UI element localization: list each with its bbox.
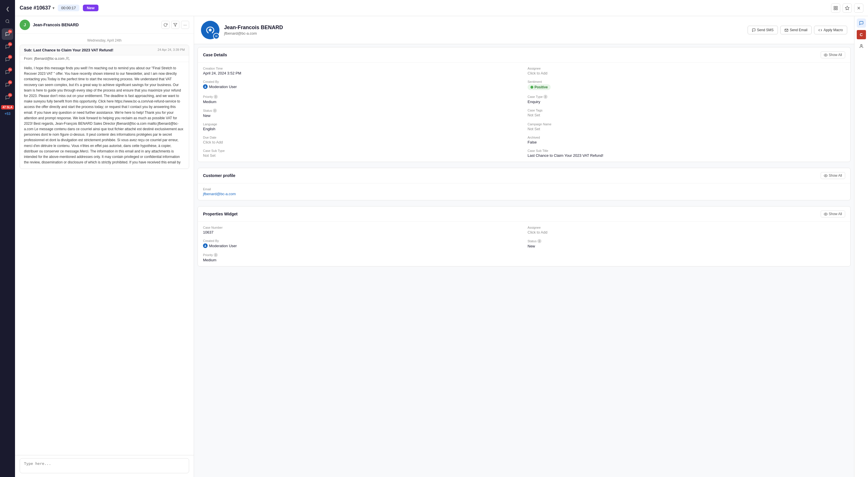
prop-status-info-icon: i xyxy=(537,239,541,243)
case-sub-title-value: Last Chance to Claim Your 2023 VAT Refun… xyxy=(528,153,845,158)
prop-status: Status i New xyxy=(528,239,845,248)
badge-0s-6: 0s xyxy=(8,93,12,97)
field-assignee: Assignee Click to Add xyxy=(528,67,845,75)
customer-email-value[interactable]: jfbenard@bc-a.com xyxy=(203,192,845,196)
sidebar-inbox-1[interactable]: 0s xyxy=(2,28,13,40)
case-type-value: Enquiry xyxy=(528,100,845,104)
assignee-label: Assignee xyxy=(528,67,845,70)
customer-profile-body: Email jfbenard@bc-a.com xyxy=(198,183,850,200)
conversation-header-actions: ··· xyxy=(161,21,189,29)
created-by-avatar xyxy=(203,84,208,89)
prop-priority-value: Medium xyxy=(203,258,521,262)
sla-badge[interactable]: 47 SLA xyxy=(1,105,14,109)
prop-priority-label-text: Priority xyxy=(203,253,213,257)
status-label-text: Status xyxy=(203,109,212,112)
field-archived: Archived False xyxy=(528,136,845,145)
rs-chat-icon[interactable] xyxy=(857,19,866,28)
send-sms-label: Send SMS xyxy=(757,28,774,32)
svg-point-15 xyxy=(205,245,206,246)
customer-profile-show-all-label: Show All xyxy=(829,173,842,178)
apply-macro-button[interactable]: Apply Macro xyxy=(814,26,847,34)
field-language: Language English xyxy=(203,122,521,131)
rs-profile-icon[interactable] xyxy=(857,41,866,51)
send-email-button[interactable]: Send Email xyxy=(780,26,812,34)
prop-status-value: New xyxy=(528,244,845,248)
creation-time-value: April 24, 2024 3:52 PM xyxy=(203,71,521,75)
sidebar-inbox-4[interactable]: 0s xyxy=(2,66,13,78)
customer-logo: ✉ xyxy=(201,21,219,39)
status-label: Status i xyxy=(203,108,521,113)
assignee-value[interactable]: Click to Add xyxy=(528,71,845,75)
email-from: From: jfbenard@bc-a.com xyxy=(20,56,189,62)
case-details-section: Case Details Show All Creation Time Apri… xyxy=(197,47,851,162)
reply-input[interactable] xyxy=(20,458,189,473)
prop-assignee-value[interactable]: Click to Add xyxy=(528,230,845,234)
field-campaign-name: Campaign Name Not Set xyxy=(528,122,845,131)
svg-point-13 xyxy=(825,175,826,176)
prop-assignee-label: Assignee xyxy=(528,226,845,229)
filter-button[interactable] xyxy=(171,21,179,29)
svg-point-16 xyxy=(861,44,862,46)
from-address: jfbenard@bc-a.com xyxy=(34,57,64,61)
sidebar-inbox-3[interactable]: 0s xyxy=(2,54,13,65)
customer-email-label: Email xyxy=(203,187,845,191)
due-date-value[interactable]: Click to Add xyxy=(203,140,521,145)
prop-priority: Priority i Medium xyxy=(203,253,521,262)
properties-widget-show-all-label: Show All xyxy=(829,212,842,216)
customer-header: ✉ Jean-Francois BENARD jfbenard@bc-a.com… xyxy=(194,16,854,44)
sidebar-inbox-5[interactable]: 0s xyxy=(2,79,13,91)
badge-0s-2: 0s xyxy=(8,42,12,46)
prop-case-number-label: Case Number xyxy=(203,226,521,229)
sidebar-inbox-6[interactable]: 0s xyxy=(2,92,13,103)
prop-case-number-value: 10637 xyxy=(203,230,521,234)
customer-profile-section: Customer profile Show All Email jfbenard… xyxy=(197,168,851,200)
customer-actions: Send SMS Send Email Apply Macro xyxy=(748,26,847,34)
case-type-label-text: Case Type xyxy=(528,95,542,98)
case-details-header: Case Details Show All xyxy=(198,47,850,63)
prop-created-by-name: Moderation User xyxy=(209,244,237,248)
case-type-info-icon: i xyxy=(544,95,548,99)
customer-profile-show-all[interactable]: Show All xyxy=(820,172,845,179)
field-customer-email: Email jfbenard@bc-a.com xyxy=(203,187,845,196)
case-details-show-all-label: Show All xyxy=(829,53,842,57)
grid-view-button[interactable] xyxy=(831,3,840,13)
customer-profile-header: Customer profile Show All xyxy=(198,168,850,183)
details-panel: ✉ Jean-Francois BENARD jfbenard@bc-a.com… xyxy=(194,16,854,477)
svg-point-0 xyxy=(6,20,9,23)
refresh-button[interactable] xyxy=(161,21,169,29)
priority-value: Medium xyxy=(203,100,521,104)
properties-widget-body: Case Number 10637 Assignee Click to Add … xyxy=(198,222,850,266)
field-creation-time: Creation Time April 24, 2024 3:52 PM xyxy=(203,67,521,75)
prop-created-by: Created By Moderation User xyxy=(203,239,521,248)
sidebar-collapse-btn[interactable]: ❮ xyxy=(2,3,13,14)
properties-widget-show-all[interactable]: Show All xyxy=(820,211,845,217)
status-new-badge[interactable]: New xyxy=(83,5,99,11)
badge-0s-3: 0s xyxy=(8,55,12,59)
send-sms-button[interactable]: Send SMS xyxy=(748,26,778,34)
sidebar-inbox-2[interactable]: 0s xyxy=(2,41,13,53)
close-button[interactable] xyxy=(854,3,863,13)
priority-info-icon: i xyxy=(214,95,218,99)
rs-letter-c-icon[interactable]: C xyxy=(857,30,866,39)
customer-profile-title: Customer profile xyxy=(203,173,235,178)
svg-rect-3 xyxy=(834,8,835,10)
from-label: From: xyxy=(24,57,33,61)
sidebar-search-btn[interactable] xyxy=(2,15,13,27)
language-value: English xyxy=(203,127,521,131)
pin-button[interactable] xyxy=(843,3,852,13)
field-created-by: Created By Moderation User xyxy=(203,80,521,90)
properties-widget-section: Properties Widget Show All Case Number 1… xyxy=(197,206,851,266)
campaign-name-label: Campaign Name xyxy=(528,122,845,126)
prop-status-label: Status i xyxy=(528,239,845,243)
field-status: Status i New xyxy=(203,108,521,118)
left-sidebar: ❮ 0s 0s 0s 0s 0s 0s 47 SLA +53 xyxy=(0,0,15,477)
sentiment-text: Positive xyxy=(534,85,548,89)
priority-label-text: Priority xyxy=(203,95,213,98)
case-details-body: Creation Time April 24, 2024 3:52 PM Ass… xyxy=(198,63,850,162)
case-title: Case #10637 ▾ xyxy=(20,5,54,11)
case-title-chevron[interactable]: ▾ xyxy=(53,6,54,10)
prop-created-by-avatar xyxy=(203,244,208,248)
more-options-button[interactable]: ··· xyxy=(181,21,189,29)
case-details-show-all[interactable]: Show All xyxy=(820,52,845,58)
plus-more-badge[interactable]: +53 xyxy=(5,112,10,116)
